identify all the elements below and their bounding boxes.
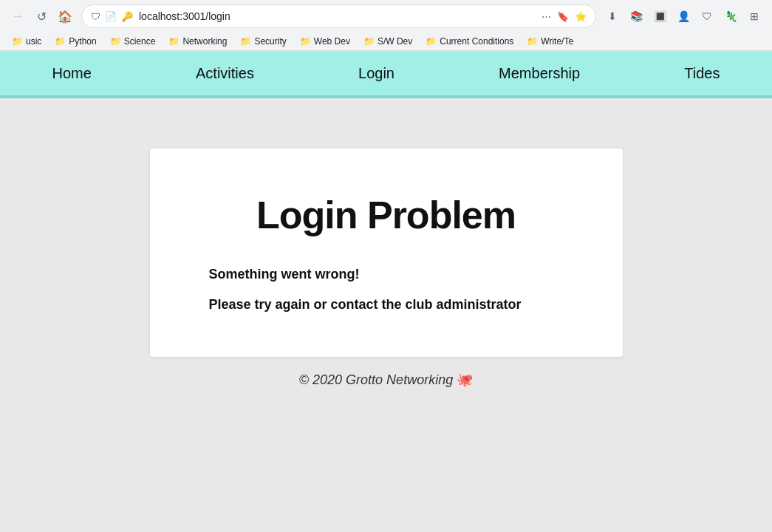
nav-login[interactable]: Login [336, 52, 417, 95]
address-actions: ⋯ 🔖 ⭐ [542, 11, 587, 22]
nav-home[interactable]: Home [30, 52, 114, 95]
page-icon: 📄 [105, 11, 117, 22]
profile-icon[interactable]: 👤 [673, 6, 694, 27]
home-button[interactable]: 🏠 [55, 6, 75, 27]
browser-toolbar: → ↺ 🏠 🛡 📄 🔑 localhost:3001/login ⋯ 🔖 ⭐ ⬇… [0, 0, 772, 33]
security-icon[interactable]: 🛡 [697, 6, 717, 27]
bookmark-label: Networking [182, 36, 227, 47]
error-card: Login Problem Something went wrong! Plea… [150, 149, 623, 357]
bookmark-label: Python [69, 36, 96, 47]
extension-icon[interactable]: 🦎 [720, 6, 741, 27]
reading-view-icon[interactable]: 🔳 [649, 6, 670, 27]
nav-activities[interactable]: Activities [174, 52, 276, 95]
folder-icon: 📁 [300, 36, 311, 47]
folder-icon: 📁 [240, 36, 251, 47]
bookmark-webdev[interactable]: 📁 Web Dev [294, 35, 356, 48]
bookmark-networking[interactable]: 📁 Networking [163, 35, 233, 48]
site-footer: © 2020 Grotto Networking 🐙 [284, 357, 488, 403]
url-text: localhost:3001/login [139, 10, 536, 22]
bookmark-science[interactable]: 📁 Science [104, 35, 162, 48]
footer-text: © 2020 Grotto Networking [299, 372, 453, 387]
folder-icon: 📁 [426, 36, 437, 47]
nav-buttons: → ↺ 🏠 [7, 6, 75, 27]
folder-icon: 📁 [110, 36, 121, 47]
menu-icon[interactable]: ⊞ [744, 6, 765, 27]
bookmark-write-te[interactable]: 📁 Write/Te [521, 35, 579, 48]
folder-icon: 📁 [12, 36, 23, 47]
bookmark-label: usic [26, 36, 41, 47]
bookmark-swdev[interactable]: 📁 S/W Dev [358, 35, 418, 48]
shield-icon: 🛡 [91, 11, 100, 22]
folder-icon: 📁 [55, 36, 66, 47]
star-icon[interactable]: ⭐ [575, 11, 587, 22]
bookmark-label: S/W Dev [378, 36, 412, 47]
key-icon: 🔑 [121, 11, 133, 22]
download-icon[interactable]: ⬇ [602, 6, 623, 27]
back-button[interactable]: → [7, 6, 28, 27]
main-content: Login Problem Something went wrong! Plea… [0, 98, 772, 453]
bookmark-python[interactable]: 📁 Python [49, 35, 102, 48]
library-icon[interactable]: 📚 [626, 6, 646, 27]
error-message-2: Please try again or contact the club adm… [209, 297, 564, 313]
nav-tides[interactable]: Tides [662, 52, 742, 95]
forward-button[interactable]: ↺ [31, 6, 52, 27]
address-bar-security-icons: 🛡 📄 🔑 [91, 11, 133, 22]
address-bar[interactable]: 🛡 📄 🔑 localhost:3001/login ⋯ 🔖 ⭐ [81, 4, 596, 28]
more-icon[interactable]: ⋯ [542, 11, 551, 22]
bookmark-current-conditions[interactable]: 📁 Current Conditions [420, 35, 519, 48]
bookmark-label: Security [254, 36, 286, 47]
bookmark-security[interactable]: 📁 Security [234, 35, 292, 48]
bookmarks-bar: 📁 usic 📁 Python 📁 Science 📁 Networking 📁… [0, 33, 772, 51]
bookmark-label: Current Conditions [440, 36, 513, 47]
browser-chrome: → ↺ 🏠 🛡 📄 🔑 localhost:3001/login ⋯ 🔖 ⭐ ⬇… [0, 0, 772, 52]
site-navigation: Home Activities Login Membership Tides [0, 52, 772, 98]
bookmark-label: Web Dev [314, 36, 350, 47]
folder-icon: 📁 [527, 36, 538, 47]
folder-icon: 📁 [168, 36, 180, 47]
error-message-1: Something went wrong! [209, 267, 564, 282]
error-title: Login Problem [209, 193, 564, 237]
bookmark-icon[interactable]: 🔖 [557, 11, 569, 22]
bookmark-label: Science [124, 36, 156, 47]
toolbar-actions: ⬇ 📚 🔳 👤 🛡 🦎 ⊞ [602, 6, 765, 27]
nav-membership[interactable]: Membership [476, 52, 602, 95]
folder-icon: 📁 [363, 36, 375, 47]
bookmark-music[interactable]: 📁 usic [6, 35, 47, 48]
octopus-icon: 🐙 [457, 372, 473, 387]
bookmark-label: Write/Te [541, 36, 573, 47]
